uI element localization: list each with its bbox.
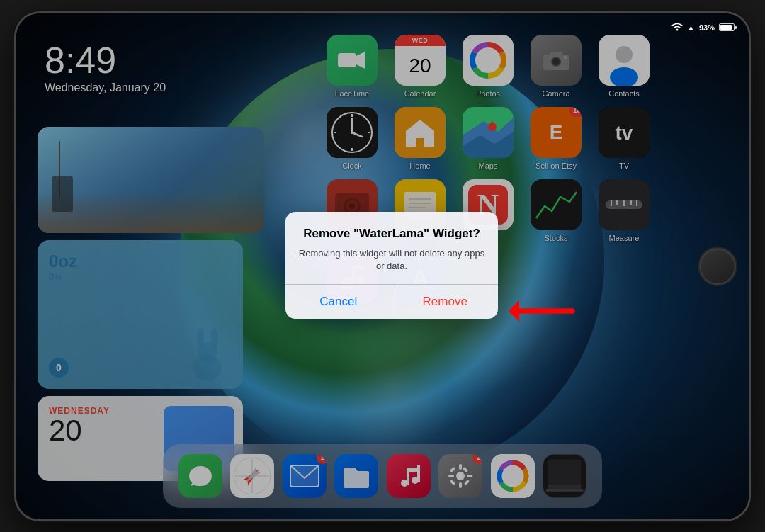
status-icons: ▲ 93% (672, 23, 735, 32)
red-arrow (498, 290, 583, 332)
dialog-buttons: Cancel Remove (285, 284, 498, 319)
battery-percent: 93% (699, 23, 715, 32)
cancel-button[interactable]: Cancel (285, 285, 392, 319)
dialog-overlay: Remove "WaterLama" Widget? Removing this… (16, 13, 749, 519)
remove-widget-dialog: Remove "WaterLama" Widget? Removing this… (285, 212, 498, 319)
battery-icon (719, 23, 735, 31)
status-bar: ▲ 93% (30, 19, 735, 36)
svg-marker-55 (509, 300, 519, 322)
dialog-content: Remove "WaterLama" Widget? Removing this… (285, 212, 498, 284)
dialog-message: Removing this widget will not delete any… (297, 247, 487, 273)
remove-button[interactable]: Remove (392, 285, 499, 319)
device-frame: ▲ 93% 8:49 Wednesday, January 20 FaceTim… (14, 11, 751, 521)
dialog-title: Remove "WaterLama" Widget? (297, 226, 487, 242)
signal-icon: ▲ (687, 23, 695, 32)
screen: ▲ 93% 8:49 Wednesday, January 20 FaceTim… (16, 13, 749, 519)
battery-fill (720, 25, 732, 30)
wifi-icon (672, 23, 683, 32)
